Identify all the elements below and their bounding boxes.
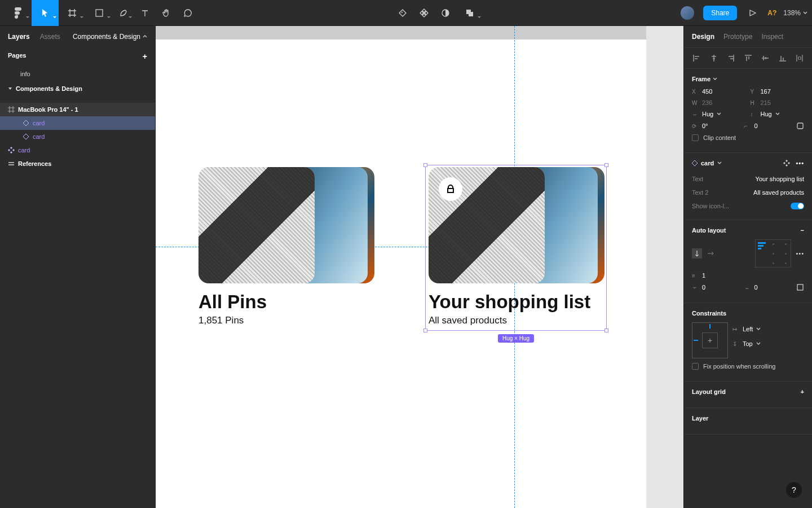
layer-frame[interactable]: MacBook Pro 14" - 1 — [0, 103, 155, 116]
design-tab[interactable]: Design — [692, 33, 714, 41]
zoom-control[interactable]: 138% — [783, 9, 807, 17]
fix-position-checkbox[interactable] — [692, 363, 699, 370]
al-direction-h[interactable] — [705, 248, 716, 259]
prototype-tab[interactable]: Prototype — [723, 33, 752, 41]
left-panel: Layers Assets Components & Design Pages … — [0, 26, 156, 508]
align-right-icon[interactable] — [725, 52, 736, 64]
card-title: All Pins — [198, 291, 374, 313]
clip-content-label: Clip content — [703, 134, 736, 141]
shape-tool[interactable] — [86, 0, 113, 26]
constraint-v[interactable]: Top — [743, 340, 753, 347]
autolayout-remove-icon[interactable]: − — [801, 227, 804, 234]
radius-expand-icon[interactable] — [796, 122, 804, 130]
right-panel: Design Prototype Inspect Frame X450 Y167… — [683, 26, 812, 508]
assets-tab[interactable]: Assets — [40, 33, 60, 41]
hand-tool[interactable] — [156, 0, 177, 26]
present-button[interactable] — [742, 0, 763, 26]
layer-references[interactable]: References — [0, 157, 155, 170]
hug-w[interactable]: Hug — [702, 111, 713, 117]
instance-name[interactable]: card — [701, 160, 714, 167]
avatar[interactable] — [681, 6, 694, 20]
prop-text-label: Text — [692, 176, 703, 182]
prop-text-value[interactable]: Your shopping list — [756, 176, 804, 182]
al-alignment-grid[interactable] — [755, 239, 791, 268]
page-info[interactable]: info — [0, 67, 155, 81]
svg-rect-0 — [96, 10, 103, 16]
w-input[interactable]: 236 — [702, 99, 712, 106]
prop-text2-label: Text 2 — [692, 189, 708, 196]
card-shopping-list[interactable]: Your shopping list All saved products — [429, 167, 604, 326]
align-bottom-icon[interactable] — [777, 52, 788, 64]
pen-tool[interactable] — [113, 0, 134, 26]
layer-section-label: Layer — [692, 415, 708, 422]
card-title: Your shopping list — [429, 291, 604, 313]
card-image — [198, 167, 315, 283]
al-gap-input[interactable]: 1 — [702, 272, 705, 279]
align-top-icon[interactable] — [743, 52, 754, 64]
layer-card-master[interactable]: card — [0, 143, 155, 157]
boolean-icon[interactable] — [456, 0, 483, 26]
align-left-icon[interactable] — [691, 52, 702, 64]
layoutgrid-add-icon[interactable]: + — [801, 388, 804, 395]
top-toolbar: Share A? 138% — [0, 0, 812, 26]
frame-tool[interactable] — [59, 0, 86, 26]
card-all-pins[interactable]: All Pins 1,851 Pins — [198, 167, 374, 326]
rotation-input[interactable]: 0° — [702, 122, 708, 129]
instance-swap-icon[interactable] — [783, 160, 790, 167]
add-page-button[interactable]: + — [143, 52, 147, 61]
h-input[interactable]: 215 — [761, 99, 771, 106]
text-tool[interactable] — [134, 0, 156, 26]
frame-section-label: Frame — [692, 76, 710, 82]
constraints-label: Constraints — [692, 310, 726, 317]
card-subtitle: 1,851 Pins — [198, 315, 374, 326]
prop-showicon-label: Show icon-l... — [692, 203, 729, 209]
svg-rect-4 — [8, 162, 14, 163]
x-input[interactable]: 450 — [702, 88, 712, 95]
layoutgrid-label: Layout grid — [692, 388, 726, 395]
mask-icon[interactable] — [435, 0, 456, 26]
align-row — [684, 48, 812, 69]
card-subtitle: All saved products — [429, 315, 604, 326]
autolayout-label: Auto layout — [692, 227, 726, 234]
component-back-icon[interactable] — [392, 0, 413, 26]
dev-badge[interactable]: A? — [767, 9, 776, 17]
layer-card-1[interactable]: card — [0, 116, 155, 130]
pages-label: Pages — [8, 52, 26, 61]
clip-content-checkbox[interactable] — [692, 134, 699, 141]
svg-rect-7 — [797, 284, 803, 290]
layers-tab[interactable]: Layers — [8, 33, 30, 41]
al-direction-v[interactable] — [692, 248, 702, 259]
al-more-icon[interactable]: ••• — [796, 250, 804, 257]
comment-tool[interactable] — [177, 0, 198, 26]
distribute-icon[interactable] — [794, 52, 805, 64]
instance-more-icon[interactable]: ••• — [796, 160, 804, 167]
figma-menu-button[interactable] — [5, 0, 32, 26]
page-components[interactable]: Components & Design — [0, 81, 155, 96]
radius-input[interactable]: 0 — [754, 122, 758, 129]
fix-position-label: Fix position when scrolling — [703, 363, 775, 370]
align-vcenter-icon[interactable] — [760, 52, 771, 64]
lock-icon — [439, 177, 462, 201]
inspect-tab[interactable]: Inspect — [761, 33, 783, 41]
align-hcenter-icon[interactable] — [708, 52, 720, 64]
constraints-box[interactable]: + — [692, 322, 728, 358]
library-tab[interactable]: Components & Design — [73, 33, 147, 41]
svg-rect-5 — [8, 164, 14, 165]
hug-h[interactable]: Hug — [761, 111, 772, 117]
prop-text2-value[interactable]: All saved products — [753, 189, 804, 196]
component-create-icon[interactable] — [413, 0, 435, 26]
layer-card-2[interactable]: card — [0, 130, 155, 143]
canvas[interactable]: All Pins 1,851 Pins Your shopping list A… — [156, 26, 683, 508]
al-padv-input[interactable]: 0 — [754, 284, 758, 291]
show-icon-toggle[interactable] — [791, 203, 804, 209]
al-pad-expand-icon[interactable] — [796, 283, 804, 291]
y-input[interactable]: 167 — [761, 88, 771, 95]
svg-rect-3 — [469, 12, 473, 16]
help-button[interactable]: ? — [786, 482, 802, 498]
constraint-h[interactable]: Left — [743, 326, 753, 332]
svg-rect-6 — [797, 123, 803, 129]
share-button[interactable]: Share — [703, 6, 737, 20]
move-tool[interactable] — [32, 0, 59, 26]
al-padh-input[interactable]: 0 — [702, 284, 705, 291]
